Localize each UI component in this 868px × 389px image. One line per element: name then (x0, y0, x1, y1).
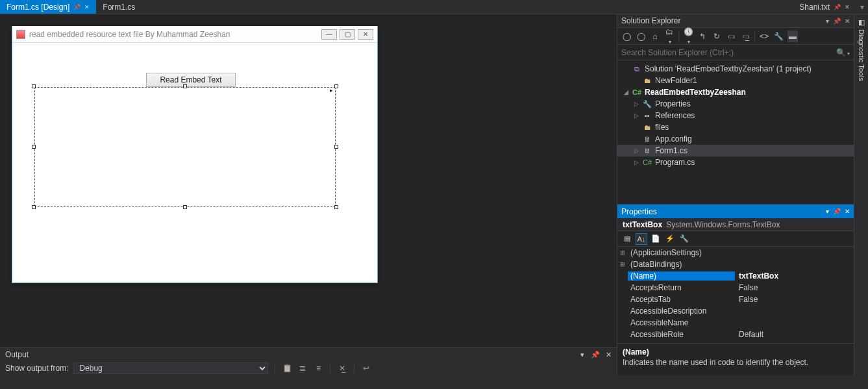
properties-grid[interactable]: ⊞(ApplicationSettings)⊞(DataBindings)(Na… (617, 247, 854, 343)
solution-tree[interactable]: ⧉Solution 'ReadEmbedTextbyZeeshan' (1 pr… (617, 60, 854, 204)
textbox-selection[interactable]: ▸ (32, 84, 338, 209)
back-icon[interactable]: ◯ (621, 32, 632, 41)
forward-icon[interactable]: ◯ (636, 32, 646, 41)
categorized-icon[interactable]: ▤ (621, 233, 633, 245)
property-row[interactable]: AcceptsTabFalse (617, 294, 854, 305)
tab-overflow-icon[interactable]: ▾ (856, 3, 868, 12)
pin-icon[interactable]: 📌 (591, 351, 600, 358)
property-value[interactable]: False (735, 295, 854, 304)
close-icon[interactable]: ✕ (84, 4, 90, 10)
search-input[interactable] (621, 48, 836, 57)
output-panel-header: Output ▾ 📌 ✕ (0, 347, 617, 361)
property-row[interactable]: (Name)txtTextBox (617, 270, 854, 282)
sync-icon[interactable]: 🗂▾ (664, 27, 675, 45)
property-row[interactable]: AcceptsReturnFalse (617, 282, 854, 294)
home-icon[interactable]: ⌂ (650, 32, 660, 41)
expand-icon[interactable]: ▷ (633, 159, 639, 166)
folder-icon: 🖿 (643, 123, 652, 131)
showall-icon[interactable]: ▭̲ (740, 32, 750, 41)
alphabetical-icon[interactable]: A↓ (636, 233, 647, 245)
textbox-control[interactable] (34, 87, 336, 207)
resize-handle[interactable] (334, 205, 338, 209)
maximize-icon[interactable]: ▢ (340, 29, 355, 40)
diagnostic-tools-tab[interactable]: Diagnostic Tools (858, 29, 865, 81)
property-row[interactable]: AccessibleDescription (617, 305, 854, 317)
expand-icon[interactable]: ▷ (633, 101, 639, 107)
search-icon[interactable]: 🔍▾ (836, 48, 850, 57)
clear-icon[interactable]: ✕̲ (337, 364, 347, 373)
resize-handle[interactable] (183, 84, 187, 88)
tree-node[interactable]: ⧉Solution 'ReadEmbedTextbyZeeshan' (1 pr… (617, 63, 854, 75)
properties-icon[interactable]: 🔧 (773, 32, 784, 41)
tree-node[interactable]: 🖿NewFolder1 (617, 75, 854, 86)
winform-preview[interactable]: read embedded resource text file By Muha… (12, 26, 378, 283)
properties-object-selector[interactable]: txtTextBox System.Windows.Forms.TextBox (617, 218, 854, 231)
node-label: Program.cs (655, 158, 695, 167)
wrench-icon[interactable]: 🔧 (678, 233, 690, 245)
close-icon[interactable]: ✕ (845, 208, 850, 215)
close-icon[interactable]: ✕ (845, 18, 850, 25)
next-icon[interactable]: ≡ (313, 364, 323, 373)
right-tool-strip: ◧ Diagnostic Tools (854, 14, 868, 375)
tree-node[interactable]: 🗎App.config (617, 133, 854, 145)
expand-icon[interactable]: ▷ (633, 112, 639, 119)
tree-node[interactable]: ▷🔧Properties (617, 98, 854, 110)
events-icon[interactable]: ⚡ (664, 233, 676, 245)
preview-icon[interactable]: ▬ (787, 31, 798, 42)
property-value[interactable]: False (735, 283, 854, 292)
property-row[interactable]: AccessibleRoleDefault (617, 329, 854, 340)
pin-icon[interactable]: 📌 (833, 18, 841, 25)
expand-icon[interactable]: ⊞ (617, 261, 628, 268)
property-pages-icon[interactable]: 📄 (650, 233, 662, 245)
close-icon[interactable]: ✕ (845, 4, 850, 10)
dropdown-icon[interactable]: ▾ (826, 18, 829, 25)
prev-icon[interactable]: ≣ (297, 364, 308, 373)
resize-handle[interactable] (32, 205, 36, 209)
resize-handle[interactable] (32, 84, 36, 88)
tab-form-code[interactable]: Form1.cs (96, 0, 142, 14)
expand-icon[interactable]: ◢ (623, 89, 629, 95)
wrap-icon[interactable]: ↩ (361, 364, 371, 373)
dropdown-icon[interactable]: ▾ (826, 208, 829, 215)
tab-shani[interactable]: Shani.txt 📌 ✕ (793, 0, 856, 14)
tree-node[interactable]: ▷C#Program.cs (617, 157, 854, 168)
code-icon[interactable]: <> (759, 32, 769, 41)
tab-form-design[interactable]: Form1.cs [Design] 📌 ✕ (0, 0, 96, 14)
refresh-icon[interactable]: ↰ (697, 32, 708, 41)
solution-toolbar: ◯ ◯ ⌂ 🗂▾ 🕔▾ ↰ ↻ ▭ ▭̲ <> 🔧 ▬ (617, 28, 854, 45)
pin-icon[interactable]: 📌 (834, 4, 841, 10)
resize-handle[interactable] (334, 145, 338, 149)
property-row[interactable]: ⊞(DataBindings) (617, 258, 854, 270)
resize-handle[interactable] (32, 145, 36, 149)
pending-icon[interactable]: 🕔▾ (683, 27, 693, 45)
pin-icon[interactable]: 📌 (73, 4, 81, 10)
tree-node[interactable]: ▷🗎Form1.cs (617, 145, 854, 157)
pin-icon[interactable]: 📌 (833, 208, 841, 215)
find-icon[interactable]: 📋 (282, 364, 292, 373)
cs-icon: C# (632, 88, 641, 96)
diagnostics-icon[interactable]: ◧ (858, 18, 865, 27)
property-value[interactable]: txtTextBox (735, 271, 854, 281)
property-row[interactable]: ⊞(ApplicationSettings) (617, 247, 854, 258)
collapse-icon[interactable]: ▭ (726, 32, 736, 41)
smart-tag-icon[interactable]: ▸ (330, 87, 333, 94)
winform-title-text: read embedded resource text file By Muha… (29, 30, 317, 39)
form-designer[interactable]: read embedded resource text file By Muha… (0, 14, 617, 347)
property-row[interactable]: AccessibleName (617, 317, 854, 329)
tree-node[interactable]: ▷▪▪References (617, 110, 854, 121)
property-value[interactable]: Default (735, 330, 854, 339)
minimize-icon[interactable]: — (321, 29, 337, 40)
tree-node[interactable]: 🖿files (617, 121, 854, 133)
solution-search[interactable]: 🔍▾ (617, 45, 854, 60)
dropdown-icon[interactable]: ▾ (580, 351, 584, 358)
expand-icon[interactable]: ⊞ (617, 249, 628, 256)
property-name: AccessibleName (628, 318, 735, 327)
output-source-select[interactable]: Debug (73, 362, 268, 374)
close-icon[interactable]: ✕ (606, 351, 612, 358)
reload-icon[interactable]: ↻ (712, 32, 722, 41)
resize-handle[interactable] (334, 84, 338, 88)
close-icon[interactable]: ✕ (358, 29, 373, 40)
resize-handle[interactable] (183, 205, 187, 209)
expand-icon[interactable]: ▷ (633, 147, 639, 154)
tree-node[interactable]: ◢C#ReadEmbedTextbyZeeshan (617, 86, 854, 98)
